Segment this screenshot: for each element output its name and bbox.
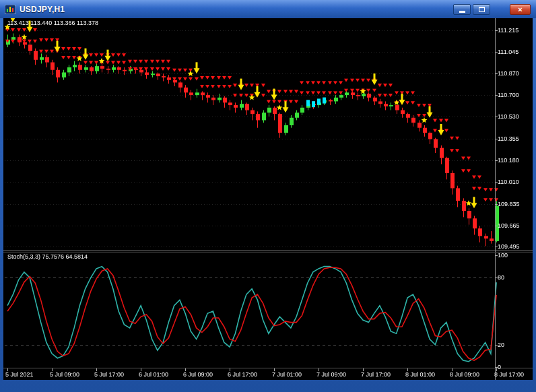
window-title: USDJPY,H1 bbox=[20, 5, 453, 14]
price-axis-label: 110.180 bbox=[498, 157, 519, 164]
stoch-indicator-label: Stoch(5,3,3) 75.7576 64.5814 bbox=[7, 253, 88, 260]
price-axis-label: 109.495 bbox=[498, 243, 520, 250]
price-axis-label: 110.355 bbox=[498, 135, 519, 142]
minimize-button[interactable] bbox=[453, 4, 471, 15]
price-axis-label: 110.530 bbox=[498, 113, 519, 120]
time-axis-label: 7 Jul 01:00 bbox=[272, 371, 302, 378]
minimize-icon bbox=[459, 11, 465, 13]
stoch-axis-label: 80 bbox=[498, 274, 504, 281]
price-axis-label: 109.665 bbox=[498, 222, 520, 229]
time-axis-label: 6 Jul 01:00 bbox=[139, 371, 168, 378]
title-bar[interactable]: USDJPY,H1 × bbox=[0, 0, 536, 18]
restore-icon bbox=[479, 7, 485, 12]
stoch-axis-label: 20 bbox=[498, 341, 504, 348]
window-controls: × bbox=[453, 4, 531, 15]
chart-window-icon bbox=[5, 5, 15, 14]
time-axis-label: 8 Jul 01:00 bbox=[405, 371, 435, 378]
time-axis-label: 5 Jul 2021 bbox=[5, 371, 34, 378]
price-axis-label: 111.215 bbox=[498, 27, 518, 34]
stochastic-panel-region[interactable] bbox=[3, 253, 495, 368]
stoch-axis-label: 100 bbox=[498, 252, 508, 259]
price-axis-label: 109.835 bbox=[498, 201, 520, 207]
time-axis-label: 5 Jul 09:00 bbox=[50, 371, 79, 378]
time-axis-label: 8 Jul 17:00 bbox=[494, 371, 524, 378]
restore-button[interactable] bbox=[473, 4, 490, 15]
main-chart-region[interactable] bbox=[3, 18, 495, 251]
time-axis-label: 6 Jul 17:00 bbox=[228, 371, 257, 378]
time-axis-label: 7 Jul 09:00 bbox=[316, 371, 346, 378]
chart-content: 113.413 113.440 113.366 113.378 Stoch(5,… bbox=[3, 18, 533, 380]
price-axis-label: 110.870 bbox=[498, 70, 519, 77]
time-axis-label: 5 Jul 17:00 bbox=[94, 371, 124, 378]
time-axis-label: 6 Jul 09:00 bbox=[183, 371, 213, 378]
stoch-axis-label: 0 bbox=[498, 364, 501, 370]
ohlc-readout: 113.413 113.440 113.366 113.378 bbox=[7, 20, 98, 26]
time-axis-label: 7 Jul 17:00 bbox=[361, 371, 391, 378]
time-axis-label: 8 Jul 09:00 bbox=[450, 371, 479, 378]
close-icon: × bbox=[518, 5, 522, 14]
close-button[interactable]: × bbox=[510, 4, 531, 15]
price-axis-label: 110.700 bbox=[498, 92, 519, 98]
price-axis-label: 111.045 bbox=[498, 48, 518, 55]
price-axis-label: 110.010 bbox=[498, 178, 519, 185]
application-window: USDJPY,H1 × 113.413 113.440 113.366 113.… bbox=[0, 0, 536, 392]
